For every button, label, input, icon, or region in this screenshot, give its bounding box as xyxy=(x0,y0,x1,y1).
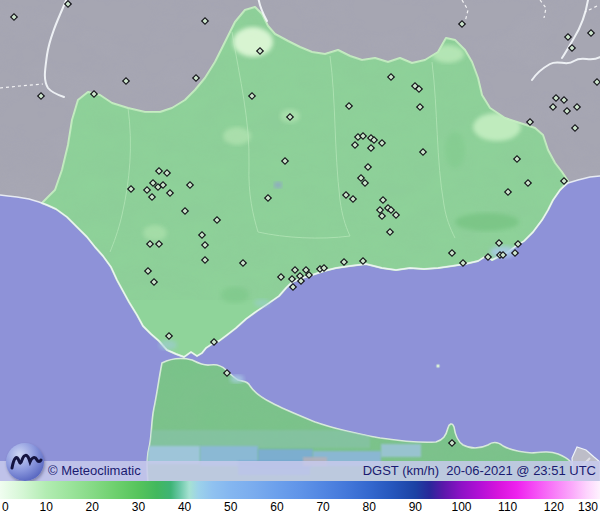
colorbar-tick-label: 80 xyxy=(363,500,376,514)
colorbar-labels: 0102030405060708090100110120130 xyxy=(0,499,600,517)
colorbar-tick-label: 70 xyxy=(316,500,329,514)
logo-m-squiggle-icon xyxy=(6,443,44,481)
weather-map-screenshot: © Meteoclimatic DGST (km/h) 20-06-2021 @… xyxy=(0,0,600,517)
colorbar-tick-label: 120 xyxy=(544,500,564,514)
meteoclimatic-logo xyxy=(6,443,44,481)
colorbar-tick-label: 130 xyxy=(578,500,598,514)
gust-colorbar xyxy=(0,481,600,499)
attribution-text: © Meteoclimatic xyxy=(48,461,141,481)
product-datetime-text: DGST (km/h) 20-06-2021 @ 23:51 UTC xyxy=(363,461,596,481)
colorbar-tick-label: 0 xyxy=(2,500,9,514)
colorbar-tick-label: 90 xyxy=(409,500,422,514)
attribution-strip: © Meteoclimatic DGST (km/h) 20-06-2021 @… xyxy=(0,461,600,481)
colorbar-tick-label: 110 xyxy=(498,500,517,514)
colorbar-tick-label: 60 xyxy=(270,500,283,514)
colorbar-tick-label: 100 xyxy=(452,500,472,514)
colorbar-tick-label: 50 xyxy=(224,500,237,514)
colorbar-tick-label: 10 xyxy=(39,500,52,514)
colorbar-tick-label: 40 xyxy=(178,500,191,514)
alboran-island xyxy=(436,364,440,368)
map-canvas xyxy=(0,0,600,483)
colorbar-tick-label: 20 xyxy=(86,500,99,514)
colorbar-tick-label: 30 xyxy=(132,500,145,514)
